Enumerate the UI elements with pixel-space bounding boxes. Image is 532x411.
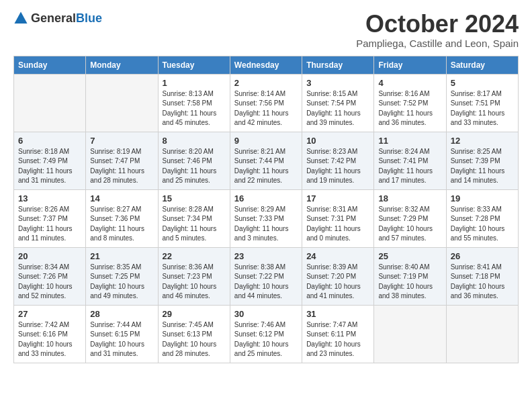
day-number: 20 — [18, 251, 81, 261]
day-number: 21 — [90, 251, 153, 261]
calendar-cell: 31Sunrise: 7:47 AMSunset: 6:11 PMDayligh… — [302, 305, 374, 363]
day-number: 7 — [90, 136, 153, 146]
weekday-header-row: SundayMondayTuesdayWednesdayThursdayFrid… — [14, 56, 519, 74]
day-number: 29 — [163, 309, 226, 319]
logo-general: General — [31, 11, 76, 25]
day-info: Sunrise: 8:29 AMSunset: 7:33 PMDaylight:… — [234, 205, 298, 244]
day-number: 28 — [90, 309, 153, 319]
logo-icon — [13, 11, 28, 26]
calendar-cell: 3Sunrise: 8:15 AMSunset: 7:54 PMDaylight… — [302, 74, 374, 132]
calendar-week-row: 13Sunrise: 8:26 AMSunset: 7:37 PMDayligh… — [14, 189, 519, 247]
day-info: Sunrise: 8:19 AMSunset: 7:47 PMDaylight:… — [90, 147, 153, 186]
calendar-cell: 14Sunrise: 8:27 AMSunset: 7:36 PMDayligh… — [86, 189, 158, 247]
day-number: 9 — [234, 136, 298, 146]
day-number: 6 — [18, 136, 81, 146]
day-number: 19 — [451, 193, 514, 203]
calendar-week-row: 27Sunrise: 7:42 AMSunset: 6:16 PMDayligh… — [14, 305, 519, 363]
day-info: Sunrise: 8:34 AMSunset: 7:26 PMDaylight:… — [18, 263, 81, 302]
day-number: 12 — [451, 136, 514, 146]
day-number: 11 — [378, 136, 441, 146]
calendar-cell: 2Sunrise: 8:14 AMSunset: 7:56 PMDaylight… — [230, 74, 302, 132]
weekday-header-saturday: Saturday — [446, 56, 518, 74]
svg-marker-0 — [14, 11, 27, 24]
day-info: Sunrise: 8:35 AMSunset: 7:25 PMDaylight:… — [90, 263, 153, 302]
weekday-header-tuesday: Tuesday — [158, 56, 230, 74]
day-info: Sunrise: 7:45 AMSunset: 6:13 PMDaylight:… — [163, 320, 226, 359]
day-number: 25 — [378, 251, 441, 261]
day-info: Sunrise: 8:24 AMSunset: 7:41 PMDaylight:… — [378, 147, 441, 186]
day-info: Sunrise: 7:47 AMSunset: 6:11 PMDaylight:… — [306, 320, 369, 359]
calendar-cell — [86, 74, 158, 132]
calendar-cell: 27Sunrise: 7:42 AMSunset: 6:16 PMDayligh… — [14, 305, 86, 363]
weekday-header-thursday: Thursday — [302, 56, 374, 74]
day-number: 18 — [378, 193, 441, 203]
day-info: Sunrise: 8:33 AMSunset: 7:28 PMDaylight:… — [451, 205, 514, 244]
header: GeneralBlue October 2024 Pampliega, Cast… — [13, 11, 519, 49]
calendar-cell: 23Sunrise: 8:38 AMSunset: 7:22 PMDayligh… — [230, 247, 302, 305]
day-number: 13 — [18, 193, 81, 203]
day-info: Sunrise: 8:39 AMSunset: 7:20 PMDaylight:… — [306, 263, 369, 302]
day-number: 30 — [234, 309, 298, 319]
calendar-cell — [374, 305, 446, 363]
day-info: Sunrise: 8:41 AMSunset: 7:18 PMDaylight:… — [451, 263, 514, 302]
day-info: Sunrise: 7:42 AMSunset: 6:16 PMDaylight:… — [18, 320, 81, 359]
day-info: Sunrise: 8:25 AMSunset: 7:39 PMDaylight:… — [451, 147, 514, 186]
day-number: 5 — [451, 78, 514, 88]
calendar-cell: 22Sunrise: 8:36 AMSunset: 7:23 PMDayligh… — [158, 247, 230, 305]
day-info: Sunrise: 8:18 AMSunset: 7:49 PMDaylight:… — [18, 147, 81, 186]
page: GeneralBlue October 2024 Pampliega, Cast… — [0, 0, 532, 377]
calendar-cell: 10Sunrise: 8:23 AMSunset: 7:42 PMDayligh… — [302, 132, 374, 189]
day-number: 1 — [163, 78, 226, 88]
day-info: Sunrise: 8:20 AMSunset: 7:46 PMDaylight:… — [163, 147, 226, 186]
logo-blue: Blue — [76, 11, 102, 25]
weekday-header-wednesday: Wednesday — [230, 56, 302, 74]
day-number: 14 — [90, 193, 153, 203]
day-info: Sunrise: 7:46 AMSunset: 6:12 PMDaylight:… — [234, 320, 298, 359]
weekday-header-monday: Monday — [86, 56, 158, 74]
calendar-cell: 18Sunrise: 8:32 AMSunset: 7:29 PMDayligh… — [374, 189, 446, 247]
calendar-cell — [446, 305, 518, 363]
calendar-cell — [14, 74, 86, 132]
calendar-cell: 25Sunrise: 8:40 AMSunset: 7:19 PMDayligh… — [374, 247, 446, 305]
calendar-cell: 8Sunrise: 8:20 AMSunset: 7:46 PMDaylight… — [158, 132, 230, 189]
logo-text: GeneralBlue — [31, 12, 102, 25]
day-number: 22 — [163, 251, 226, 261]
day-number: 26 — [451, 251, 514, 261]
day-info: Sunrise: 8:32 AMSunset: 7:29 PMDaylight:… — [378, 205, 441, 244]
day-info: Sunrise: 8:31 AMSunset: 7:31 PMDaylight:… — [306, 205, 369, 244]
day-number: 31 — [306, 309, 369, 319]
day-info: Sunrise: 8:17 AMSunset: 7:51 PMDaylight:… — [451, 89, 514, 128]
calendar-cell: 15Sunrise: 8:28 AMSunset: 7:34 PMDayligh… — [158, 189, 230, 247]
calendar-cell: 30Sunrise: 7:46 AMSunset: 6:12 PMDayligh… — [230, 305, 302, 363]
calendar-cell: 12Sunrise: 8:25 AMSunset: 7:39 PMDayligh… — [446, 132, 518, 189]
calendar-cell: 7Sunrise: 8:19 AMSunset: 7:47 PMDaylight… — [86, 132, 158, 189]
logo: GeneralBlue — [13, 11, 102, 26]
calendar-cell: 17Sunrise: 8:31 AMSunset: 7:31 PMDayligh… — [302, 189, 374, 247]
day-number: 8 — [163, 136, 226, 146]
calendar-cell: 28Sunrise: 7:44 AMSunset: 6:15 PMDayligh… — [86, 305, 158, 363]
title-block: October 2024 Pampliega, Castille and Leo… — [356, 11, 519, 49]
day-info: Sunrise: 8:27 AMSunset: 7:36 PMDaylight:… — [90, 205, 153, 244]
day-info: Sunrise: 8:23 AMSunset: 7:42 PMDaylight:… — [306, 147, 369, 186]
calendar-cell: 13Sunrise: 8:26 AMSunset: 7:37 PMDayligh… — [14, 189, 86, 247]
calendar-cell: 16Sunrise: 8:29 AMSunset: 7:33 PMDayligh… — [230, 189, 302, 247]
day-number: 17 — [306, 193, 369, 203]
day-info: Sunrise: 8:26 AMSunset: 7:37 PMDaylight:… — [18, 205, 81, 244]
day-number: 23 — [234, 251, 298, 261]
calendar-week-row: 6Sunrise: 8:18 AMSunset: 7:49 PMDaylight… — [14, 132, 519, 189]
calendar-week-row: 1Sunrise: 8:13 AMSunset: 7:58 PMDaylight… — [14, 74, 519, 132]
day-number: 27 — [18, 309, 81, 319]
day-info: Sunrise: 8:13 AMSunset: 7:58 PMDaylight:… — [163, 89, 226, 128]
day-info: Sunrise: 8:38 AMSunset: 7:22 PMDaylight:… — [234, 263, 298, 302]
day-number: 3 — [306, 78, 369, 88]
day-info: Sunrise: 8:36 AMSunset: 7:23 PMDaylight:… — [163, 263, 226, 302]
calendar-cell: 20Sunrise: 8:34 AMSunset: 7:26 PMDayligh… — [14, 247, 86, 305]
day-number: 4 — [378, 78, 441, 88]
day-number: 16 — [234, 193, 298, 203]
calendar-cell: 11Sunrise: 8:24 AMSunset: 7:41 PMDayligh… — [374, 132, 446, 189]
day-info: Sunrise: 8:16 AMSunset: 7:52 PMDaylight:… — [378, 89, 441, 128]
day-number: 15 — [163, 193, 226, 203]
calendar-cell: 9Sunrise: 8:21 AMSunset: 7:44 PMDaylight… — [230, 132, 302, 189]
calendar-cell: 21Sunrise: 8:35 AMSunset: 7:25 PMDayligh… — [86, 247, 158, 305]
calendar-cell: 24Sunrise: 8:39 AMSunset: 7:20 PMDayligh… — [302, 247, 374, 305]
